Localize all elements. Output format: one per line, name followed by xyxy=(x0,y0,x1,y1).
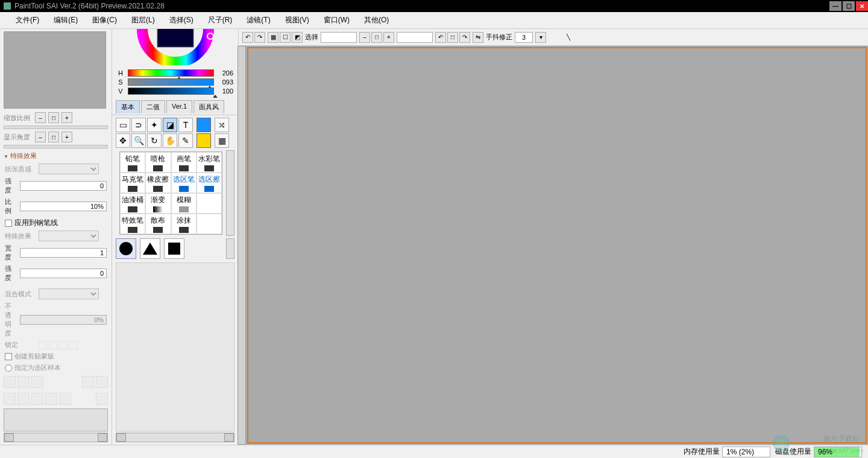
tb-zoom-out[interactable]: – xyxy=(359,32,370,43)
apply-pen-checkbox[interactable] xyxy=(5,220,12,227)
tb-rot-reset[interactable]: □ xyxy=(447,32,458,43)
text-tool[interactable]: T xyxy=(178,118,193,132)
tb-sel-all[interactable]: ▦ xyxy=(268,32,278,43)
brush-scrollbar[interactable] xyxy=(226,150,234,236)
tab-mask[interactable]: 面具风 xyxy=(193,100,224,113)
rotate-tool[interactable]: ↻ xyxy=(147,133,162,148)
angle-plus[interactable]: + xyxy=(61,132,72,142)
menu-other[interactable]: 其他(O) xyxy=(357,13,396,28)
swap-colors-button[interactable]: ⤭ xyxy=(215,118,229,132)
angle-reset[interactable]: □ xyxy=(48,132,59,142)
merge-visible-button[interactable] xyxy=(17,393,30,405)
menu-edit[interactable]: 编辑(E) xyxy=(46,13,85,28)
brush-seleraser[interactable]: 选区擦 xyxy=(197,173,222,193)
effects-header[interactable]: 特殊效果 xyxy=(0,150,112,162)
menu-window[interactable]: 窗口(W) xyxy=(316,13,357,28)
new-folder-button[interactable] xyxy=(31,376,43,388)
mid-hscroll[interactable] xyxy=(116,433,234,442)
special-effect-select[interactable] xyxy=(39,231,99,241)
delete-layer-button[interactable] xyxy=(59,393,71,405)
brush-scatter[interactable]: 散布 xyxy=(145,214,171,234)
canvas-vscroll[interactable] xyxy=(237,46,246,445)
val-slider[interactable] xyxy=(128,87,214,95)
lock-pixel-icon[interactable] xyxy=(49,341,57,349)
zoom-reset[interactable]: □ xyxy=(48,112,59,123)
shape-triangle-button[interactable] xyxy=(140,238,160,259)
layer-transfer-button[interactable] xyxy=(96,376,108,388)
hand-tool[interactable]: ✋ xyxy=(163,133,177,148)
transparent-swatch[interactable]: ▦ xyxy=(215,133,229,148)
brush-effect[interactable]: 特效笔 xyxy=(120,214,145,234)
brush-brush[interactable]: 画笔 xyxy=(171,152,197,173)
brush-bucket[interactable]: 油漆桶 xyxy=(120,193,145,214)
menu-view[interactable]: 视图(V) xyxy=(278,13,316,28)
menu-select[interactable]: 选择(S) xyxy=(162,13,201,28)
tab-ver1[interactable]: Ver.1 xyxy=(166,100,192,113)
brush-smudge[interactable]: 涂抹 xyxy=(171,214,197,234)
scroll-right-button[interactable] xyxy=(98,433,107,442)
zoom-minus[interactable]: – xyxy=(35,112,46,123)
layer-hscroll[interactable] xyxy=(4,433,108,442)
merge-down-button[interactable] xyxy=(4,393,16,405)
tb-undo[interactable]: ↶ xyxy=(242,32,253,43)
menu-ruler[interactable]: 尺子(R) xyxy=(201,13,240,28)
minimize-button[interactable]: — xyxy=(829,1,841,11)
brush-airbrush[interactable]: 喷枪 xyxy=(145,152,171,173)
eyedropper-tool[interactable]: ✎ xyxy=(178,133,193,148)
angle-slider[interactable] xyxy=(4,145,108,148)
sat-slider[interactable] xyxy=(128,78,214,86)
shape-scrollbar[interactable] xyxy=(226,238,234,259)
brush-blur[interactable]: 模糊 xyxy=(171,193,197,214)
brush-empty1[interactable] xyxy=(197,193,222,214)
shape-circle-button[interactable] xyxy=(116,238,136,259)
brush-gradient[interactable]: 渐变 xyxy=(145,193,171,214)
scale-input[interactable] xyxy=(20,202,107,211)
close-button[interactable]: ✕ xyxy=(856,1,868,11)
tb-sel-invert[interactable]: ◩ xyxy=(292,32,303,43)
menu-filter[interactable]: 滤镜(T) xyxy=(239,13,277,28)
layer-mask-button[interactable] xyxy=(82,376,94,388)
brush-pencil[interactable]: 铅笔 xyxy=(120,152,145,173)
color-wheel[interactable] xyxy=(112,29,238,65)
tab-basic[interactable]: 基本 xyxy=(116,100,140,113)
paper-texture-select[interactable] xyxy=(39,164,99,174)
new-layer-button[interactable] xyxy=(4,376,16,388)
line-tool-icon[interactable]: ╲ xyxy=(563,32,574,43)
angle-display[interactable] xyxy=(397,32,433,43)
canvas[interactable] xyxy=(247,47,867,444)
lock-alpha-icon[interactable] xyxy=(59,341,68,349)
lock-pos-icon[interactable] xyxy=(69,341,78,349)
lasso-tool[interactable]: ⊃ xyxy=(131,118,146,132)
lock-all-icon[interactable] xyxy=(39,341,47,349)
tb-redo[interactable]: ↷ xyxy=(254,32,265,43)
flatten-button[interactable] xyxy=(31,393,43,405)
angle-minus[interactable]: – xyxy=(35,132,46,142)
mid-scroll-right[interactable] xyxy=(224,433,234,442)
move-tool[interactable]: ✥ xyxy=(116,133,130,148)
zoom-display[interactable] xyxy=(321,32,357,43)
shape-tool[interactable]: ◪ xyxy=(163,118,177,132)
blend-mode-select[interactable] xyxy=(39,288,99,299)
zoom-plus[interactable]: + xyxy=(61,112,72,123)
brush-selpen[interactable]: 选区笔 xyxy=(171,173,197,193)
clip-mask-checkbox[interactable] xyxy=(5,353,12,360)
shape-square-button[interactable] xyxy=(164,238,184,259)
stabilizer-input[interactable] xyxy=(515,32,533,43)
tb-flip[interactable]: ⇋ xyxy=(473,32,483,43)
clear-layer-button[interactable] xyxy=(45,393,57,405)
magic-wand-tool[interactable]: ✦ xyxy=(147,118,162,132)
tb-zoom-in[interactable]: + xyxy=(383,32,394,43)
scroll-left-button[interactable] xyxy=(4,433,14,442)
width-input[interactable] xyxy=(20,248,107,258)
opacity-input[interactable] xyxy=(20,315,107,325)
layer-list[interactable] xyxy=(4,409,108,431)
menu-file[interactable]: 文件(F) xyxy=(8,13,46,28)
maximize-button[interactable]: ☐ xyxy=(843,1,855,11)
primary-color-swatch[interactable] xyxy=(197,118,211,132)
tb-rot-cw[interactable]: ↷ xyxy=(459,32,470,43)
new-linework-button[interactable] xyxy=(17,376,30,388)
brush-watercolor[interactable]: 水彩笔 xyxy=(197,152,222,173)
secondary-color-swatch[interactable] xyxy=(197,133,211,148)
navigator-thumbnail[interactable] xyxy=(4,31,106,109)
tab-binary[interactable]: 二值 xyxy=(141,100,165,113)
